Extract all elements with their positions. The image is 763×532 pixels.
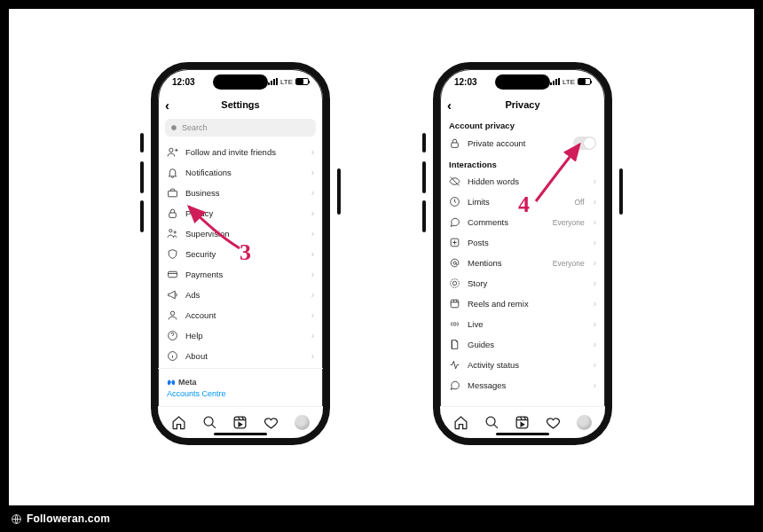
chevron-right-icon: ›	[311, 168, 314, 177]
privacy-row-activity-status[interactable]: Activity status ›	[440, 355, 605, 375]
privacy-row-mentions[interactable]: Mentions Everyone ›	[440, 253, 605, 273]
page-title: Privacy	[505, 99, 539, 110]
settings-row-payments[interactable]: Payments ›	[158, 264, 323, 285]
signal-icon	[268, 78, 278, 85]
comment-icon	[449, 216, 460, 228]
chevron-right-icon: ›	[311, 188, 314, 198]
chevron-right-icon: ›	[311, 208, 314, 218]
privacy-row-story[interactable]: Story ›	[440, 273, 605, 293]
tab-profile[interactable]	[295, 415, 311, 431]
battery-icon	[295, 78, 309, 85]
row-label: Live	[468, 319, 586, 329]
chevron-right-icon: ›	[594, 176, 596, 186]
tab-home[interactable]	[170, 415, 186, 431]
privacy-row-guides[interactable]: Guides ›	[440, 334, 605, 355]
tab-search[interactable]	[201, 415, 217, 431]
row-label: Supervision	[185, 229, 304, 239]
svg-point-15	[453, 262, 456, 264]
page-title: Settings	[221, 99, 259, 110]
svg-point-17	[452, 281, 456, 285]
privacy-row-posts[interactable]: Posts ›	[440, 232, 605, 253]
tab-activity[interactable]	[546, 415, 562, 431]
bell-icon	[167, 167, 178, 178]
chevron-right-icon: ›	[311, 331, 314, 340]
svg-point-20	[486, 417, 495, 426]
at-icon	[449, 257, 460, 269]
megaphone-icon	[167, 289, 178, 301]
settings-row-account[interactable]: Account ›	[158, 305, 323, 325]
meta-brand: Meta	[167, 378, 314, 387]
chevron-right-icon: ›	[594, 319, 596, 329]
svg-rect-18	[451, 300, 459, 308]
privacy-content[interactable]: Account privacy Private account Interact…	[440, 115, 605, 406]
plus-square-icon	[449, 237, 460, 248]
meta-block: Meta Accounts Centre	[158, 371, 323, 400]
carrier-label: LTE	[280, 78, 293, 86]
settings-row-privacy[interactable]: Privacy ›	[158, 203, 323, 223]
accounts-centre-link[interactable]: Accounts Centre	[167, 389, 314, 398]
row-label: Follow and invite friends	[185, 147, 304, 157]
settings-row-help[interactable]: Help ›	[158, 325, 323, 346]
chevron-right-icon: ›	[594, 360, 596, 370]
privacy-row-reels[interactable]: Reels and remix ›	[440, 293, 605, 314]
status-time: 12:03	[172, 77, 195, 87]
row-label: About	[185, 351, 304, 361]
search-icon	[170, 124, 178, 132]
row-label: Comments	[468, 217, 546, 227]
live-icon	[449, 318, 460, 330]
message-icon	[449, 379, 460, 391]
privacy-row-messages[interactable]: Messages ›	[440, 375, 605, 395]
row-label: Guides	[468, 340, 586, 349]
row-label: Account	[185, 310, 304, 320]
tab-reels[interactable]	[232, 415, 248, 431]
tab-reels[interactable]	[515, 415, 531, 431]
help-icon	[167, 330, 178, 341]
private-account-toggle[interactable]	[573, 137, 596, 150]
dynamic-island	[213, 74, 268, 90]
privacy-row-live[interactable]: Live ›	[440, 314, 605, 334]
row-label: Notifications	[185, 168, 304, 177]
tab-profile[interactable]	[577, 415, 593, 431]
row-label: Story	[468, 278, 586, 288]
settings-row-notifications[interactable]: Notifications ›	[158, 162, 323, 183]
chevron-right-icon: ›	[594, 258, 596, 268]
privacy-row-hidden-words[interactable]: Hidden words ›	[440, 171, 605, 192]
search-field[interactable]: Search	[165, 119, 316, 137]
globe-icon	[11, 513, 22, 525]
user-plus-icon	[167, 146, 178, 158]
svg-point-0	[171, 125, 177, 130]
svg-point-10	[204, 417, 213, 426]
chevron-right-icon: ›	[594, 278, 596, 288]
status-time: 12:03	[454, 77, 477, 87]
settings-row-about[interactable]: About ›	[158, 346, 323, 366]
back-icon[interactable]: ‹	[165, 98, 169, 112]
section-account-privacy: Account privacy	[440, 115, 605, 132]
chevron-right-icon: ›	[594, 217, 596, 227]
annotation-number-3: 3	[240, 239, 251, 266]
svg-point-19	[453, 323, 456, 325]
back-icon[interactable]: ‹	[447, 98, 452, 112]
chevron-right-icon: ›	[311, 249, 314, 259]
phone-privacy: 12:03 LTE ‹ Privacy Account privacy Priv…	[433, 62, 612, 445]
lock-icon	[449, 137, 460, 149]
svg-point-7	[170, 311, 174, 315]
svg-rect-2	[169, 191, 177, 197]
settings-row-follow[interactable]: Follow and invite friends ›	[158, 142, 323, 162]
lock-icon	[167, 207, 178, 219]
tab-search[interactable]	[484, 415, 499, 431]
chevron-right-icon: ›	[311, 229, 314, 239]
chevron-right-icon: ›	[311, 270, 314, 279]
privacy-row-private-account[interactable]: Private account	[440, 132, 605, 154]
tab-home[interactable]	[452, 415, 468, 431]
row-label: Ads	[185, 290, 304, 300]
svg-rect-12	[452, 143, 459, 147]
tab-activity[interactable]	[264, 415, 279, 431]
settings-row-business[interactable]: Business ›	[158, 183, 323, 203]
chevron-right-icon: ›	[311, 290, 314, 300]
settings-row-ads[interactable]: Ads ›	[158, 285, 323, 305]
home-indicator	[496, 433, 549, 435]
status-right: LTE	[550, 78, 591, 86]
svg-rect-6	[169, 271, 177, 278]
row-label: Payments	[185, 270, 304, 279]
row-value: Off	[574, 198, 584, 207]
